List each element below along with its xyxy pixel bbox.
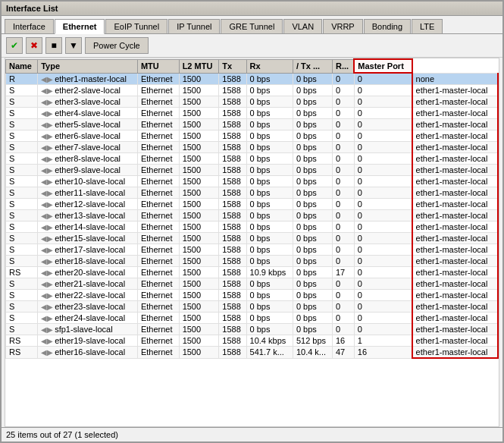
cell-l2mtu: 1588 xyxy=(219,130,246,142)
table-row[interactable]: S◀▶ether21-slave-localEthernet150015880 … xyxy=(6,278,499,290)
col-header-tx[interactable]: Tx xyxy=(219,59,246,73)
col-header-r[interactable]: R... xyxy=(333,59,355,73)
tab-lte[interactable]: LTE xyxy=(412,19,443,33)
cell-rx: 0 bps xyxy=(293,165,332,176)
tab-ip-tunnel[interactable]: IP Tunnel xyxy=(168,19,220,33)
interface-icon: ◀▶ xyxy=(41,257,53,265)
settings-button[interactable]: ■ xyxy=(45,37,62,54)
tab-ethernet[interactable]: Ethernet xyxy=(55,19,105,34)
table-row[interactable]: RS◀▶ether19-slave-localEthernet150015881… xyxy=(6,335,499,347)
cell-master: ether1-master-local xyxy=(412,256,498,267)
col-header-name[interactable]: Name xyxy=(6,59,38,73)
table-row[interactable]: S◀▶ether15-slave-localEthernet150015880 … xyxy=(6,233,499,244)
table-row[interactable]: S◀▶ether3-slave-localEthernet150015880 b… xyxy=(6,96,499,108)
cell-l2mtu: 1588 xyxy=(219,301,246,313)
tab-eoip-tunnel[interactable]: EoIP Tunnel xyxy=(105,19,167,33)
tab-bonding[interactable]: Bonding xyxy=(364,19,411,33)
table-row[interactable]: S◀▶sfp1-slave-localEthernet150015880 bps… xyxy=(6,324,499,335)
tab-vlan[interactable]: VLAN xyxy=(283,19,322,33)
apply-button[interactable]: ✔ xyxy=(6,37,23,54)
cell-mtu: 1500 xyxy=(179,324,219,335)
col-header-l2mtu[interactable]: L2 MTU xyxy=(179,59,219,73)
table-row[interactable]: S◀▶ether11-slave-localEthernet150015880 … xyxy=(6,187,499,199)
table-row[interactable]: S◀▶ether10-slave-localEthernet150015880 … xyxy=(6,176,499,187)
cell-tx2: 16 xyxy=(333,335,355,347)
table-row[interactable]: S◀▶ether13-slave-localEthernet150015880 … xyxy=(6,210,499,222)
cell-name: ◀▶ether6-slave-local xyxy=(38,130,138,142)
interface-icon: ◀▶ xyxy=(41,303,53,311)
cell-l2mtu: 1588 xyxy=(219,244,246,256)
cell-rx: 0 bps xyxy=(293,142,332,153)
cell-r: 0 xyxy=(354,324,412,335)
table-row[interactable]: S◀▶ether22-slave-localEthernet150015880 … xyxy=(6,290,499,301)
col-header-mtu[interactable]: MTU xyxy=(137,59,179,73)
cell-mtu: 1500 xyxy=(179,222,219,233)
cell-tx: 0 bps xyxy=(246,256,293,267)
col-header-master[interactable]: Master Port xyxy=(354,59,412,73)
power-cycle-button[interactable]: Power Cycle xyxy=(85,37,149,54)
cell-type: Ethernet xyxy=(137,335,179,347)
table-row[interactable]: S◀▶ether8-slave-localEthernet150015880 b… xyxy=(6,153,499,165)
table-row[interactable]: S◀▶ether17-slave-localEthernet150015880 … xyxy=(6,244,499,256)
cell-type: Ethernet xyxy=(137,85,179,96)
cell-rx: 0 bps xyxy=(293,233,332,244)
cell-name: ◀▶ether9-slave-local xyxy=(38,165,138,176)
col-header-type[interactable]: Type xyxy=(38,59,138,73)
cell-r: 0 xyxy=(354,85,412,96)
table-row[interactable]: S◀▶ether5-slave-localEthernet150015880 b… xyxy=(6,119,499,130)
cell-r: 0 xyxy=(354,267,412,278)
cell-master: ether1-master-local xyxy=(412,233,498,244)
cell-mtu: 1500 xyxy=(179,96,219,108)
cell-type: Ethernet xyxy=(137,278,179,290)
cell-r: 0 xyxy=(354,73,412,85)
cell-name: ◀▶ether16-slave-local xyxy=(38,347,138,359)
col-header-rx[interactable]: Rx xyxy=(246,59,293,73)
cell-rx: 0 bps xyxy=(293,108,332,119)
table-row[interactable]: S◀▶ether24-slave-localEthernet150015880 … xyxy=(6,313,499,324)
table-row[interactable]: RS◀▶ether16-slave-localEthernet150015885… xyxy=(6,347,499,359)
table-row[interactable]: S◀▶ether12-slave-localEthernet150015880 … xyxy=(6,199,499,210)
title-bar: Interface List xyxy=(2,2,502,16)
cell-name: ◀▶ether10-slave-local xyxy=(38,176,138,187)
table-row[interactable]: S◀▶ether18-slave-localEthernet150015880 … xyxy=(6,256,499,267)
cell-mtu: 1500 xyxy=(179,301,219,313)
cell-tx: 0 bps xyxy=(246,301,293,313)
cell-rx: 0 bps xyxy=(293,313,332,324)
cell-name: ◀▶ether17-slave-local xyxy=(38,244,138,256)
table-row[interactable]: S◀▶ether7-slave-localEthernet150015880 b… xyxy=(6,142,499,153)
table-row[interactable]: S◀▶ether4-slave-localEthernet150015880 b… xyxy=(6,108,499,119)
cell-rx: 0 bps xyxy=(293,290,332,301)
filter-button[interactable]: ▼ xyxy=(65,37,82,54)
col-header-tx2[interactable]: / Tx ... xyxy=(293,59,332,73)
cell-tx2: 0 xyxy=(333,301,355,313)
cell-tx: 0 bps xyxy=(246,96,293,108)
cancel-button[interactable]: ✖ xyxy=(26,37,42,54)
table-row[interactable]: RS◀▶ether20-slave-localEthernet150015881… xyxy=(6,267,499,278)
cell-tx: 0 bps xyxy=(246,278,293,290)
table-row[interactable]: S◀▶ether9-slave-localEthernet150015880 b… xyxy=(6,165,499,176)
cell-type: Ethernet xyxy=(137,165,179,176)
cell-rx: 0 bps xyxy=(293,256,332,267)
cell-status: S xyxy=(6,301,38,313)
table-row[interactable]: S◀▶ether14-slave-localEthernet150015880 … xyxy=(6,222,499,233)
cell-l2mtu: 1588 xyxy=(219,335,246,347)
cell-status: S xyxy=(6,96,38,108)
table-row[interactable]: S◀▶ether2-slave-localEthernet150015880 b… xyxy=(6,85,499,96)
cell-name: ◀▶ether18-slave-local xyxy=(38,256,138,267)
table-row[interactable]: S◀▶ether23-slave-localEthernet150015880 … xyxy=(6,301,499,313)
tab-interface[interactable]: Interface xyxy=(5,19,54,33)
cell-master: ether1-master-local xyxy=(412,278,498,290)
cell-l2mtu: 1588 xyxy=(219,278,246,290)
cell-name: ◀▶ether15-slave-local xyxy=(38,233,138,244)
tab-gre-tunnel[interactable]: GRE Tunnel xyxy=(221,19,283,33)
cell-master: ether1-master-local xyxy=(412,199,498,210)
cell-status: S xyxy=(6,119,38,130)
cell-l2mtu: 1588 xyxy=(219,96,246,108)
cell-type: Ethernet xyxy=(137,244,179,256)
cell-l2mtu: 1588 xyxy=(219,313,246,324)
tab-vrrp[interactable]: VRRP xyxy=(323,19,363,33)
table-row[interactable]: R◀▶ether1-master-localEthernet150015880 … xyxy=(6,73,499,85)
cell-r: 0 xyxy=(354,130,412,142)
cell-name: ◀▶ether24-slave-local xyxy=(38,313,138,324)
table-row[interactable]: S◀▶ether6-slave-localEthernet150015880 b… xyxy=(6,130,499,142)
